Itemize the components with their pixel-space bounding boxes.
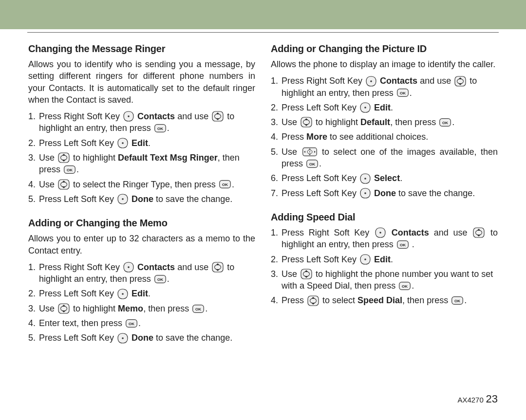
ok-key-icon xyxy=(64,165,75,174)
step-text: Press Right Soft Key xyxy=(39,262,122,272)
step: Press Right Soft Key Contacts and use to… xyxy=(271,75,498,99)
section-memo: Adding or Changing the Memo Allows you t… xyxy=(28,217,255,344)
step-text: Press xyxy=(282,295,306,305)
section-title: Adding or Changing the Picture ID xyxy=(271,42,498,55)
bold: Default Text Msg Ringer xyxy=(118,153,218,163)
step: Use to highlight the phone number you wa… xyxy=(271,268,498,292)
step-text: Press Left Soft Key xyxy=(282,173,359,183)
step-text: to highlight the phone number you want t… xyxy=(282,269,493,291)
bold: Done xyxy=(374,188,396,198)
step-text: to highlight xyxy=(316,117,360,127)
bold: Contacts xyxy=(137,262,175,272)
bold: Default xyxy=(360,117,390,127)
step-text: Press Left Soft Key xyxy=(39,333,116,343)
soft-key-icon xyxy=(360,188,371,199)
step-text: Press Left Soft Key xyxy=(282,255,359,264)
step-text: to see additional choices. xyxy=(327,132,428,142)
step: Enter text, then press . xyxy=(28,317,255,329)
page-footer: AX4270 23 xyxy=(457,392,498,406)
soft-key-icon xyxy=(360,173,371,184)
step: Press Left Soft Key Edit. xyxy=(271,102,498,113)
soft-key-icon xyxy=(117,138,128,148)
steps-list: Press Right Soft Key Contacts and use to… xyxy=(271,75,498,199)
bold: Done xyxy=(132,194,153,204)
soft-key-icon xyxy=(360,102,371,113)
step: Use to highlight Memo, then press . xyxy=(28,303,255,314)
nav-updown-icon xyxy=(301,117,312,128)
step-text: Enter text, then press xyxy=(39,318,125,328)
page-number: 23 xyxy=(486,393,498,405)
soft-key-icon xyxy=(123,262,134,273)
step-text: to highlight xyxy=(73,153,118,163)
ok-key-icon xyxy=(451,296,463,305)
step: Press Right Soft Key Contacts and use to… xyxy=(28,261,255,285)
bold: Contacts xyxy=(380,76,417,86)
bold: Contacts xyxy=(392,228,429,237)
step: Use to select the Ringer Type, then pres… xyxy=(28,179,255,190)
step-text: and use xyxy=(177,262,211,272)
soft-key-icon xyxy=(117,194,128,204)
ok-key-icon xyxy=(439,118,451,127)
nav-updown-icon xyxy=(212,111,224,122)
left-column: Changing the Message Ringer Allows you t… xyxy=(28,42,255,347)
page: Changing the Message Ringer Allows you t… xyxy=(0,0,526,420)
steps-list: Press Right Soft Key Contacts and use to… xyxy=(271,227,498,307)
step-text: and use xyxy=(434,228,472,237)
section-title: Adding Speed Dial xyxy=(271,211,498,224)
nav-updown-icon xyxy=(58,152,70,163)
step-text: Press Right Soft Key xyxy=(282,76,365,86)
step-text: Press Left Soft Key xyxy=(282,103,359,112)
step: Press Left Soft Key Done to save the cha… xyxy=(28,193,255,205)
step-text: to save the change. xyxy=(398,188,475,198)
soft-key-icon xyxy=(117,333,128,344)
step-text: , then press xyxy=(390,117,438,127)
ok-key-icon xyxy=(219,180,231,188)
step: Press Right Soft Key Contacts and use to… xyxy=(28,110,255,134)
step: Press Left Soft Key Edit. xyxy=(28,288,255,299)
section-speed-dial: Adding Speed Dial Press Right Soft Key C… xyxy=(271,211,498,307)
step-text: , then press xyxy=(402,295,451,305)
nav-updown-icon xyxy=(58,303,70,314)
ok-key-icon xyxy=(154,124,166,132)
step-text: Press Left Soft Key xyxy=(39,138,116,148)
step-text: Use xyxy=(282,269,300,279)
section-intro: Allows you to identify who is sending yo… xyxy=(28,58,255,106)
bold: Edit xyxy=(374,103,391,112)
nav-updown-icon xyxy=(307,295,319,306)
section-message-ringer: Changing the Message Ringer Allows you t… xyxy=(28,42,255,205)
soft-key-icon xyxy=(366,76,376,87)
nav-updown-icon xyxy=(212,262,224,273)
step-text: Use xyxy=(39,180,57,189)
nav-updown-icon xyxy=(58,179,70,190)
nav-updown-icon xyxy=(454,76,466,87)
step-text: and use xyxy=(177,111,211,121)
step: Press Left Soft Key Select. xyxy=(271,172,498,184)
step-text: Press Left Soft Key xyxy=(282,188,359,198)
step-text: Press Left Soft Key xyxy=(39,289,116,298)
bold: Done xyxy=(132,333,153,343)
ok-key-icon xyxy=(126,319,137,328)
ok-key-icon xyxy=(192,305,204,313)
step-text: Use xyxy=(39,153,57,163)
step: Press Left Soft Key Edit. xyxy=(28,137,255,149)
section-intro: Allows you to enter up to 32 characters … xyxy=(28,233,255,256)
bold: More xyxy=(306,132,327,142)
step-text: to select the Ringer Type, then press xyxy=(73,180,218,189)
section-picture-id: Adding or Changing the Picture ID Allows… xyxy=(271,42,498,199)
step-text: , then press xyxy=(143,304,191,313)
right-column: Adding or Changing the Picture ID Allows… xyxy=(271,42,498,347)
soft-key-icon xyxy=(117,289,128,299)
step-text: Use xyxy=(282,117,300,127)
step-text: to save the change. xyxy=(156,194,232,204)
nav-updown-icon xyxy=(473,227,485,238)
bold: Contacts xyxy=(137,111,175,121)
ok-key-icon xyxy=(397,240,409,249)
steps-list: Press Right Soft Key Contacts and use to… xyxy=(28,110,255,205)
step-text: Press Right Soft Key xyxy=(282,228,374,237)
soft-key-icon xyxy=(360,254,371,265)
soft-key-icon xyxy=(375,227,386,238)
section-title: Adding or Changing the Memo xyxy=(28,217,255,230)
ok-key-icon xyxy=(306,160,318,168)
bold: Edit xyxy=(132,289,148,298)
step-text: to highlight xyxy=(73,304,118,313)
